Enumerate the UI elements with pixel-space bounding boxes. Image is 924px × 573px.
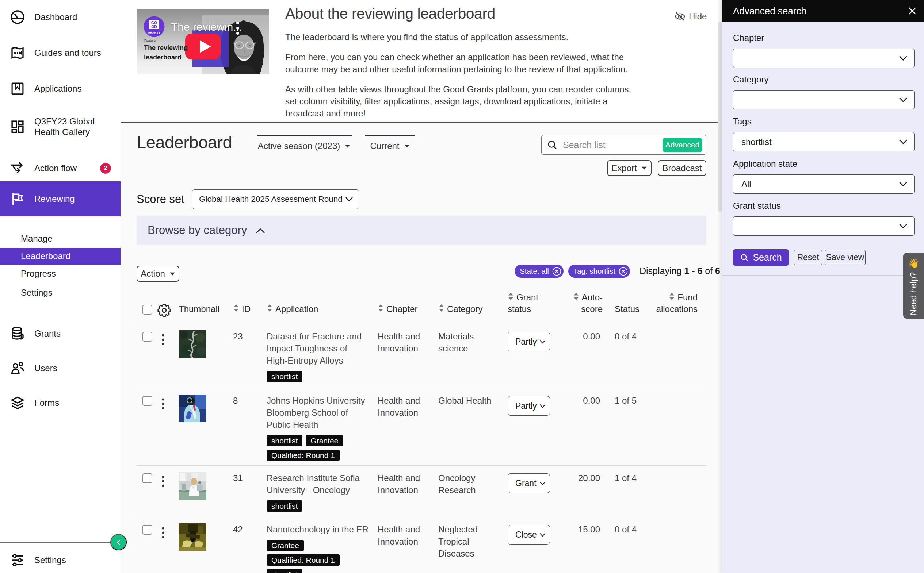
- flags-icon: [10, 192, 25, 206]
- grid-icon: [10, 120, 25, 133]
- category-select[interactable]: [733, 90, 915, 110]
- sidebar-item-settings[interactable]: Settings: [0, 549, 121, 571]
- application-title[interactable]: Nanotechnology in the ER: [267, 523, 370, 535]
- tags-select[interactable]: shortlist: [733, 132, 915, 152]
- grant-status-select[interactable]: Partly: [508, 396, 550, 416]
- grant-status-select[interactable]: Grant: [508, 473, 550, 493]
- grant-status-select[interactable]: Partly: [508, 332, 550, 351]
- column-header-chapter[interactable]: Chapter: [378, 303, 438, 324]
- tab-current[interactable]: Current: [365, 135, 415, 151]
- column-header-application[interactable]: Application: [267, 303, 378, 324]
- sidebar-item-reviewing-settings[interactable]: Settings: [0, 285, 121, 301]
- application-state-select[interactable]: All: [733, 174, 915, 194]
- cell-category: Oncology Research: [438, 466, 497, 517]
- remove-filter-icon[interactable]: [552, 266, 562, 276]
- row-menu-button[interactable]: [157, 324, 179, 388]
- sidebar-item-grants[interactable]: Grants: [0, 323, 121, 344]
- sidebar-item-reviewing[interactable]: Reviewing: [0, 182, 121, 216]
- row-menu-button[interactable]: [157, 517, 179, 573]
- row-checkbox[interactable]: [143, 525, 152, 535]
- column-header-id[interactable]: ID: [233, 303, 267, 324]
- remove-filter-icon[interactable]: [618, 266, 628, 276]
- cell-id: 23: [233, 324, 267, 388]
- grant-status-select[interactable]: Close out: [508, 525, 550, 545]
- column-header-grant-status[interactable]: Grant status: [508, 291, 551, 324]
- save-view-button[interactable]: Save view: [825, 250, 866, 265]
- sidebar-item-users[interactable]: Users: [0, 358, 121, 379]
- application-thumbnail[interactable]: [179, 330, 206, 358]
- sidebar-collapse-button[interactable]: [110, 534, 127, 550]
- column-header-auto-score[interactable]: Auto-score: [570, 291, 602, 324]
- grant-status-filter-select[interactable]: [733, 216, 915, 236]
- sort-icon[interactable]: [378, 304, 384, 312]
- sidebar-item-dashboard[interactable]: Dashboard: [0, 8, 121, 26]
- sidebar-divider: [0, 542, 121, 543]
- column-header-fund[interactable]: Fund allocations: [654, 291, 706, 324]
- row-checkbox[interactable]: [143, 473, 152, 483]
- hide-link[interactable]: Hide: [675, 11, 707, 22]
- browse-by-category[interactable]: Browse by category: [136, 216, 706, 245]
- sort-icon[interactable]: [438, 304, 444, 312]
- column-header-category[interactable]: Category: [438, 303, 508, 324]
- advanced-button[interactable]: Advanced: [662, 138, 702, 152]
- sidebar-item-gallery[interactable]: Q3FY23 Global Health Gallery: [0, 113, 121, 141]
- close-icon[interactable]: [907, 5, 918, 17]
- sort-icon[interactable]: [669, 292, 675, 301]
- svg-text:OD: OD: [151, 25, 157, 29]
- panel-divider: [722, 275, 924, 276]
- sidebar-item-forms[interactable]: Forms: [0, 393, 121, 413]
- row-menu-button[interactable]: [157, 388, 179, 465]
- sidebar-item-guides-and-tours[interactable]: Guides and tours: [0, 44, 121, 62]
- export-button[interactable]: Export: [607, 160, 651, 176]
- leaderboard-section: Leaderboard Active season (2023) Current…: [121, 122, 718, 573]
- row-menu-button[interactable]: [157, 466, 179, 517]
- leaderboard-title: Leaderboard: [136, 132, 232, 152]
- caret-down-icon: [404, 144, 410, 148]
- need-help-tab[interactable]: 👋 Need help?: [903, 253, 924, 319]
- application-title[interactable]: Dataset for Fracture and Impact Toughnes…: [267, 330, 370, 366]
- main-scrollbar-thumb[interactable]: [718, 22, 722, 212]
- table-row: 23 Dataset for Fracture and Impact Tough…: [136, 324, 706, 388]
- cell-application: Research Institute Sofia University - On…: [267, 466, 378, 517]
- cell-category: Global Health: [438, 388, 497, 465]
- broadcast-button[interactable]: Broadcast: [658, 160, 706, 176]
- advanced-search-title: Advanced search: [733, 5, 806, 17]
- video-thumbnail[interactable]: GO OD GRANTS Feature The reviewing leade…: [137, 9, 269, 74]
- application-thumbnail[interactable]: [179, 472, 206, 499]
- application-thumbnail[interactable]: [179, 395, 206, 422]
- action-flow-icon: [10, 161, 25, 175]
- action-button[interactable]: Action: [136, 266, 179, 282]
- row-checkbox[interactable]: [143, 396, 152, 406]
- application-title[interactable]: Research Institute Sofia University - On…: [267, 472, 370, 496]
- sidebar-item-manage[interactable]: Manage: [0, 231, 121, 246]
- bookmark-box-icon: [10, 81, 25, 96]
- sidebar-item-action-flow[interactable]: Action flow 2: [0, 159, 121, 177]
- tab-active-season[interactable]: Active season (2023): [257, 135, 352, 151]
- search-button[interactable]: Search: [733, 249, 789, 266]
- sort-icon[interactable]: [267, 304, 273, 312]
- sort-icon[interactable]: [508, 292, 514, 301]
- filter-chip-state[interactable]: State: all: [515, 265, 563, 278]
- sidebar-item-progress[interactable]: Progress: [0, 266, 121, 282]
- panel-buttons: Search Reset Save view: [733, 249, 866, 266]
- table-header: Thumbnail ID Application Chapter Categor…: [136, 285, 706, 324]
- cell-category: Neglected Tropical Diseases: [438, 517, 497, 573]
- sort-icon[interactable]: [233, 304, 239, 312]
- chapter-select[interactable]: [733, 49, 915, 68]
- filter-chip-tag[interactable]: Tag: shortlist: [568, 265, 630, 278]
- cell-status: 0 of 4: [602, 324, 654, 388]
- search-input[interactable]: Search list: [563, 140, 662, 150]
- tag: Qualified: Round 1: [267, 449, 340, 461]
- reset-button[interactable]: Reset: [794, 250, 822, 265]
- cell-status: 1 of 5: [602, 388, 654, 465]
- application-thumbnail[interactable]: [179, 523, 206, 551]
- column-header-status[interactable]: Status: [602, 303, 654, 324]
- sort-icon[interactable]: [573, 292, 579, 301]
- sidebar-item-leaderboard[interactable]: Leaderboard: [0, 248, 121, 265]
- column-settings-button[interactable]: [157, 304, 179, 326]
- application-title[interactable]: Johns Hopkins University Bloomberg Schoo…: [267, 395, 370, 431]
- score-set-select[interactable]: Global Health 2025 Assessment Round: [192, 189, 359, 209]
- select-all-checkbox[interactable]: [143, 305, 152, 315]
- row-checkbox[interactable]: [143, 332, 152, 341]
- sidebar-item-applications[interactable]: Applications: [0, 80, 121, 98]
